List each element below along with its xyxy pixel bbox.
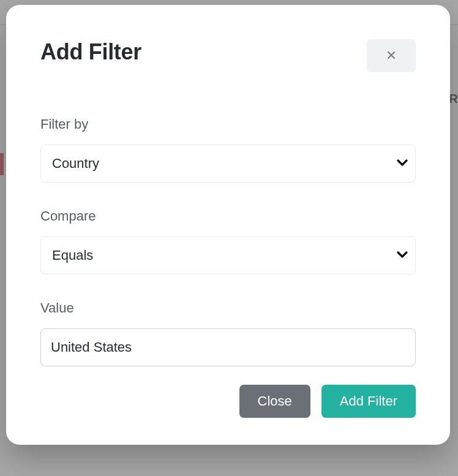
add-filter-button[interactable]: Add Filter (321, 385, 416, 418)
compare-select[interactable]: Equals (40, 236, 416, 274)
close-modal-button[interactable] (367, 39, 416, 72)
filter-by-label: Filter by (40, 116, 416, 132)
close-button[interactable]: Close (239, 385, 310, 418)
modal-header: Add Filter (40, 39, 416, 72)
value-input[interactable] (40, 328, 416, 366)
value-label: Value (40, 300, 416, 316)
filter-by-group: Filter by Country (40, 116, 416, 183)
compare-select-wrap: Equals (40, 236, 416, 274)
compare-group: Compare Equals (40, 208, 416, 274)
modal-title: Add Filter (40, 39, 141, 65)
filter-by-select-wrap: Country (40, 145, 416, 183)
compare-label: Compare (40, 208, 416, 224)
close-icon (386, 50, 396, 62)
modal-footer: Close Add Filter (40, 385, 416, 418)
add-filter-modal: Add Filter Filter by Country Compare Equ… (6, 5, 450, 445)
filter-by-select[interactable]: Country (40, 145, 416, 183)
value-group: Value (40, 300, 416, 366)
